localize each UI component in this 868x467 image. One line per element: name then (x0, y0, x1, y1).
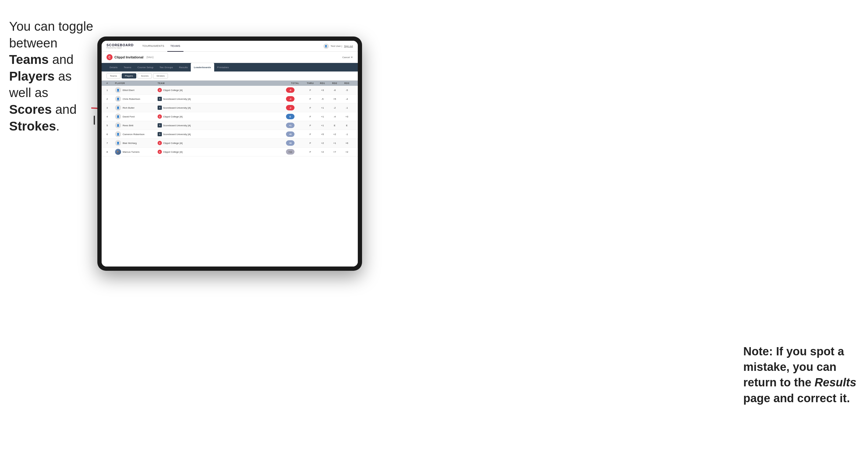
tablet-side-button (94, 116, 95, 125)
total-cell: +1 (286, 123, 304, 128)
players-bold: Players (9, 69, 55, 83)
nav-avatar: 👤 (323, 43, 329, 49)
score-badge: -4 (286, 96, 294, 102)
col-team: TEAM (158, 82, 286, 85)
sub-nav: Details Teams Course Setup Tee Groups Re… (102, 63, 358, 71)
nav-right: 👤 Test User | Sign out (323, 43, 353, 49)
rd3-cell: E (341, 124, 353, 127)
team-cell: S Scoreboard University [A] (158, 123, 286, 127)
thru-cell: F (304, 151, 316, 153)
cancel-icon: ✕ (351, 56, 353, 59)
rank-cell: 4 (106, 115, 115, 118)
scoreboard-logo: SCOREBOARD Powered by clippd (106, 43, 133, 49)
table-row[interactable]: 7 👤 Blair McHarg C Clippd College [A] +8… (102, 139, 358, 148)
player-cell: 🏌️ Marcus Turners (115, 149, 158, 155)
tab-teams[interactable]: Teams (121, 63, 134, 71)
thru-cell: F (304, 124, 316, 127)
col-rd3: RD3 (341, 82, 353, 85)
team-cell: S Scoreboard University [A] (158, 132, 286, 136)
table-row[interactable]: 6 👤 Cameron Robertson S Scoreboard Unive… (102, 130, 358, 139)
nav-teams[interactable]: TEAMS (167, 41, 183, 52)
rd2-cell: +5 (329, 98, 341, 100)
rd3-cell: +6 (341, 142, 353, 145)
player-cell: 👤 Blair McHarg (115, 140, 158, 146)
team-cell: C Clippd College [A] (158, 141, 286, 145)
score-badge: +6 (286, 131, 294, 137)
tab-printables[interactable]: Printables (214, 63, 232, 71)
logo-sub-text: Powered by clippd (106, 47, 133, 49)
nav-tournaments[interactable]: TOURNAMENTS (139, 41, 167, 52)
toggle-scores[interactable]: Scores (137, 73, 152, 79)
rd3-cell: -4 (341, 98, 353, 100)
score-badge: -2 (286, 105, 294, 111)
rd3-cell: -1 (341, 133, 353, 136)
table-row[interactable]: 4 👤 David Ford C Clippd College [A] E F … (102, 112, 358, 121)
score-badge: +11 (286, 149, 294, 155)
col-rank: # (106, 82, 115, 85)
toggle-teams[interactable]: Teams (106, 73, 121, 79)
team-logo: C (158, 88, 162, 92)
thru-cell: F (304, 89, 316, 92)
rd1-cell: +1 (316, 106, 329, 109)
tab-course-setup[interactable]: Course Setup (134, 63, 157, 71)
thru-cell: F (304, 142, 316, 145)
rd2-cell: -6 (329, 89, 341, 92)
rank-cell: 8 (106, 151, 115, 153)
team-logo: C (158, 141, 162, 145)
table-row[interactable]: 5 👤 Rees Britt S Scoreboard University [… (102, 121, 358, 130)
scores-bold: Scores (9, 102, 52, 117)
rank-cell: 2 (106, 98, 115, 100)
nav-user-label: Test User | (331, 45, 342, 48)
total-cell: +8 (286, 140, 304, 146)
table-row[interactable]: 2 👤 Chris Robertson S Scoreboard Univers… (102, 95, 358, 103)
player-cell: 👤 Rich Butler (115, 105, 158, 111)
rd2-cell: +1 (329, 142, 341, 145)
nav-sign-out[interactable]: Sign out (344, 45, 353, 48)
team-cell: C Clippd College [A] (158, 115, 286, 119)
tab-results[interactable]: Results (176, 63, 191, 71)
table-row[interactable]: 1 👤 Elliot Ebert C Clippd College [A] -8… (102, 86, 358, 95)
rank-cell: 5 (106, 124, 115, 127)
rd1-cell: +5 (316, 133, 329, 136)
table-row[interactable]: 8 🏌️ Marcus Turners C Clippd College [A]… (102, 148, 358, 156)
player-avatar: 👤 (115, 131, 121, 137)
logo-main-text: SCOREBOARD (106, 43, 133, 47)
team-logo: C (158, 150, 162, 154)
rd2-cell: E (329, 124, 341, 127)
tournament-gender: (Men) (146, 56, 154, 59)
rd3-cell: +3 (341, 115, 353, 118)
nav-links: TOURNAMENTS TEAMS (139, 41, 323, 52)
tab-details[interactable]: Details (106, 63, 121, 71)
thru-cell: F (304, 106, 316, 109)
total-cell: -2 (286, 105, 304, 111)
total-cell: +11 (286, 149, 304, 155)
teams-bold: Teams (9, 52, 49, 67)
total-cell: -4 (286, 96, 304, 102)
player-avatar: 👤 (115, 105, 121, 111)
team-logo: S (158, 105, 162, 110)
col-rd2: RD2 (329, 82, 341, 85)
cancel-button[interactable]: Cancel ✕ (342, 56, 353, 59)
tab-leaderboards[interactable]: Leaderboards (191, 63, 214, 71)
player-cell: 👤 Elliot Ebert (115, 87, 158, 93)
player-avatar: 👤 (115, 87, 121, 93)
thru-cell: F (304, 98, 316, 100)
rd2-cell: +2 (329, 133, 341, 136)
score-badge: E (286, 114, 294, 119)
tournament-logo: C (106, 54, 113, 60)
total-cell: -8 (286, 87, 304, 93)
total-cell: E (286, 114, 304, 119)
tab-tee-groups[interactable]: Tee Groups (156, 63, 176, 71)
team-cell: S Scoreboard University [A] (158, 105, 286, 110)
table-row[interactable]: 3 👤 Rich Butler S Scoreboard University … (102, 103, 358, 112)
note-label: Note: If you spot a mistake, you can ret… (743, 345, 857, 405)
rd1-cell: +2 (316, 142, 329, 145)
toggle-strokes[interactable]: Strokes (153, 73, 168, 79)
rd1-cell: +2 (316, 151, 329, 153)
right-annotation: Note: If you spot a mistake, you can ret… (743, 344, 859, 406)
player-avatar: 👤 (115, 122, 121, 128)
player-cell: 👤 Rees Britt (115, 122, 158, 128)
leaderboard-table: # PLAYER TEAM TOTAL THRU RD1 RD2 RD3 1 👤… (102, 81, 358, 267)
tournament-title: C Clippd Invitational (Men) (106, 54, 154, 60)
toggle-players[interactable]: Players (122, 73, 136, 79)
